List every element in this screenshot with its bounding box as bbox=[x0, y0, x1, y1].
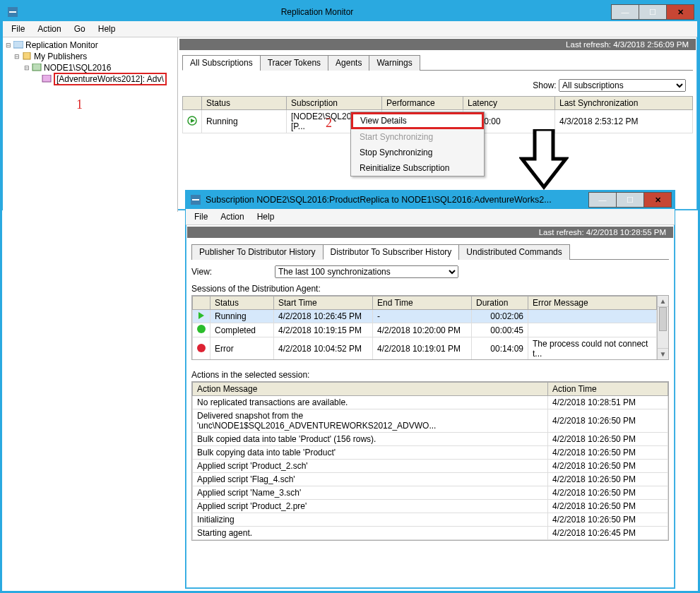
tree-publication[interactable]: [AdventureWorks2012]: Adv\ bbox=[57, 74, 164, 84]
annotation-1: 1 bbox=[76, 97, 83, 112]
minimize-button[interactable] bbox=[611, 4, 639, 20]
show-select[interactable]: All subscriptions bbox=[559, 79, 686, 92]
col-duration[interactable]: Duration bbox=[472, 296, 528, 310]
sub-minimize-button[interactable] bbox=[588, 192, 617, 208]
tab-all-subscriptions[interactable]: All Subscriptions bbox=[182, 55, 261, 71]
menu-reinit-sub[interactable]: Reinitialize Subscription bbox=[351, 160, 484, 176]
col-latency[interactable]: Latency bbox=[463, 97, 555, 110]
table-row[interactable]: Delivered snapshot from the 'unc\NODE1$S… bbox=[193, 409, 668, 433]
cell-start: 4/2/2018 10:26:45 PM bbox=[274, 310, 373, 323]
tree-publication-highlighted[interactable]: [AdventureWorks2012]: Adv\ bbox=[54, 73, 167, 85]
tree-publishers[interactable]: My Publishers bbox=[34, 52, 87, 61]
sub-close-button[interactable] bbox=[643, 192, 672, 208]
menu-start-sync[interactable]: Start Synchronizing bbox=[351, 129, 484, 145]
col-last-sync[interactable]: Last Synchronization bbox=[555, 97, 693, 110]
table-row[interactable]: Applied script 'Flag_4.sch'4/2/2018 10:2… bbox=[193, 473, 668, 486]
table-row[interactable]: No replicated transactions are available… bbox=[193, 396, 668, 409]
tab-tracer-tokens[interactable]: Tracer Tokens bbox=[260, 55, 328, 71]
tree-toggle-icon[interactable]: ⊟ bbox=[13, 53, 21, 60]
last-refresh-bar: Last refresh: 4/3/2018 2:56:09 PM bbox=[179, 39, 696, 50]
tree-toggle-icon[interactable]: ⊟ bbox=[4, 42, 13, 49]
table-row[interactable]: Bulk copying data into table 'Product'4/… bbox=[193, 446, 668, 460]
cell-action-time: 4/2/2018 10:26:50 PM bbox=[548, 513, 668, 527]
sub-maximize-button[interactable] bbox=[616, 192, 644, 208]
menu-file[interactable]: File bbox=[6, 23, 30, 35]
menu-go[interactable]: Go bbox=[69, 23, 91, 35]
tree-pane[interactable]: ⊟ Replication Monitor ⊟ My Publishers ⊟ … bbox=[3, 37, 178, 212]
cell-action-message: No replicated transactions are available… bbox=[193, 396, 548, 409]
col-subscription[interactable]: Subscription bbox=[287, 97, 382, 110]
sessions-table[interactable]: Status Start Time End Time Duration Erro… bbox=[192, 296, 657, 360]
table-row[interactable]: Completed4/2/2018 10:19:15 PM4/2/2018 10… bbox=[193, 323, 657, 337]
show-label: Show: bbox=[533, 80, 556, 90]
menu-view-details[interactable]: View Details bbox=[351, 112, 484, 129]
table-row[interactable]: Applied script 'Product_2.sch'4/2/2018 1… bbox=[193, 460, 668, 473]
cell-action-message: Initializing bbox=[193, 513, 548, 527]
col-action-message[interactable]: Action Message bbox=[193, 383, 548, 396]
subscription-window: Subscription NODE2\SQL2016:ProductReplic… bbox=[185, 190, 675, 589]
cell-action-message: Starting agent. bbox=[193, 527, 548, 540]
menu-help[interactable]: Help bbox=[93, 23, 121, 35]
cell-action-time: 4/2/2018 10:26:50 PM bbox=[548, 460, 668, 473]
actions-table-wrap: Action Message Action Time No replicated… bbox=[191, 381, 669, 541]
cell-status: Running bbox=[210, 310, 274, 323]
scroll-up-icon[interactable]: ▲ bbox=[658, 296, 668, 307]
col-icon[interactable] bbox=[193, 296, 210, 310]
close-button[interactable] bbox=[666, 4, 694, 20]
tab-dist-to-sub[interactable]: Distributor To Subscriber History bbox=[323, 244, 460, 260]
detail-pane: Last refresh: 4/3/2018 2:56:09 PM All Su… bbox=[178, 37, 697, 212]
server-icon bbox=[31, 63, 42, 73]
tree-root[interactable]: Replication Monitor bbox=[25, 40, 98, 50]
actions-table[interactable]: Action Message Action Time No replicated… bbox=[192, 382, 668, 540]
table-row[interactable]: Error4/2/2018 10:04:52 PM4/2/2018 10:19:… bbox=[193, 337, 657, 361]
cell-start: 4/2/2018 10:19:15 PM bbox=[274, 323, 373, 337]
sub-menubar: File Action Help bbox=[186, 209, 675, 225]
table-row[interactable]: Applied script 'Product_2.pre'4/2/2018 1… bbox=[193, 500, 668, 513]
tab-warnings[interactable]: Warnings bbox=[369, 55, 420, 71]
tree-server[interactable]: NODE1\SQL2016 bbox=[44, 63, 111, 73]
cell-action-time: 4/2/2018 10:26:50 PM bbox=[548, 486, 668, 500]
col-action-time[interactable]: Action Time bbox=[548, 383, 668, 396]
table-row[interactable]: Running4/2/2018 10:26:45 PM-00:02:06 bbox=[193, 310, 657, 323]
sub-last-refresh-bar: Last refresh: 4/2/2018 10:28:55 PM bbox=[187, 227, 673, 238]
tab-undist-cmds[interactable]: Undistributed Commands bbox=[458, 244, 569, 260]
col-status[interactable]: Status bbox=[202, 97, 287, 110]
tab-agents[interactable]: Agents bbox=[328, 55, 369, 71]
cell-icon bbox=[193, 323, 210, 337]
sessions-scrollbar[interactable]: ▲ ▼ bbox=[657, 296, 668, 359]
cell-icon bbox=[193, 337, 210, 361]
table-row[interactable]: Bulk copied data into table 'Product' (1… bbox=[193, 433, 668, 446]
svg-rect-9 bbox=[192, 199, 199, 200]
table-row[interactable]: Initializing4/2/2018 10:26:50 PM bbox=[193, 513, 668, 527]
view-select[interactable]: The last 100 synchronizations bbox=[275, 265, 458, 278]
sub-menu-action[interactable]: Action bbox=[215, 210, 249, 223]
scroll-thumb[interactable] bbox=[659, 307, 667, 331]
window-titlebar[interactable]: Replication Monitor bbox=[3, 3, 697, 21]
sub-menu-help[interactable]: Help bbox=[251, 210, 280, 223]
maximize-button[interactable] bbox=[639, 4, 667, 20]
play-icon bbox=[198, 312, 204, 319]
sub-menu-file[interactable]: File bbox=[189, 210, 213, 223]
menu-action[interactable]: Action bbox=[32, 23, 66, 35]
cell-action-message: Applied script 'Name_3.sch' bbox=[193, 486, 548, 500]
publishers-icon bbox=[21, 52, 32, 61]
table-row[interactable]: Starting agent.4/2/2018 10:26:45 PM bbox=[193, 527, 668, 540]
app-icon bbox=[190, 194, 201, 205]
sub-window-titlebar[interactable]: Subscription NODE2\SQL2016:ProductReplic… bbox=[186, 191, 675, 209]
col-error[interactable]: Error Message bbox=[528, 296, 657, 310]
col-icon[interactable] bbox=[183, 97, 202, 110]
tab-pub-to-dist[interactable]: Publisher To Distributor History bbox=[191, 244, 324, 260]
table-row[interactable]: Applied script 'Name_3.sch'4/2/2018 10:2… bbox=[193, 486, 668, 500]
sessions-label: Sessions of the Distribution Agent: bbox=[191, 284, 669, 294]
menu-stop-sync[interactable]: Stop Synchronizing bbox=[351, 145, 484, 160]
col-status[interactable]: Status bbox=[210, 296, 274, 310]
col-performance[interactable]: Performance bbox=[382, 97, 463, 110]
cell-duration: 00:14:09 bbox=[472, 337, 528, 361]
col-end[interactable]: End Time bbox=[373, 296, 472, 310]
tree-toggle-icon[interactable]: ⊟ bbox=[23, 64, 31, 71]
publication-icon bbox=[41, 74, 52, 84]
col-start[interactable]: Start Time bbox=[274, 296, 373, 310]
context-menu: View Details Start Synchronizing Stop Sy… bbox=[350, 112, 485, 176]
scroll-down-icon[interactable]: ▼ bbox=[658, 348, 668, 359]
cell-error bbox=[528, 310, 657, 323]
